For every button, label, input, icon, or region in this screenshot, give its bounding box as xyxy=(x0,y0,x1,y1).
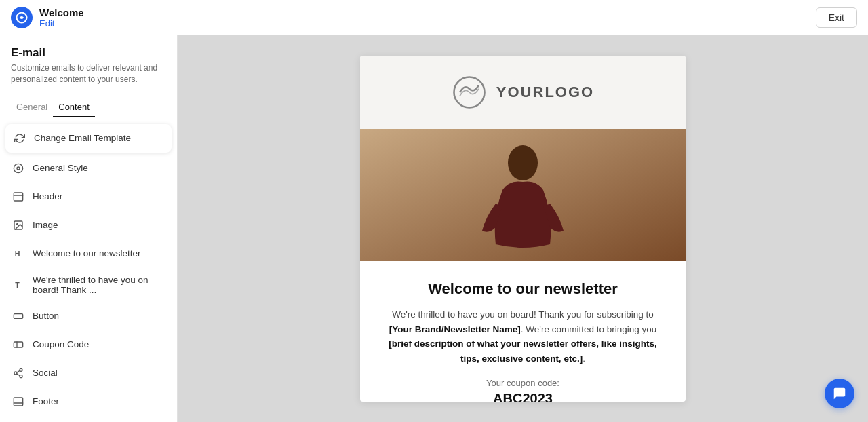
chat-icon xyxy=(832,386,847,401)
topbar: Welcome Edit Exit xyxy=(0,0,868,35)
sidebar-item-image[interactable]: Image xyxy=(0,211,177,239)
sidebar-item-label: Coupon Code xyxy=(33,339,89,349)
layout-bottom-icon xyxy=(11,394,26,409)
heading-icon: H xyxy=(11,246,26,261)
sidebar-description: Customize emails to deliver relevant and… xyxy=(11,62,166,85)
sidebar-item-label: Header xyxy=(33,191,62,202)
svg-text:T: T xyxy=(15,281,20,289)
sidebar-item-label: Welcome to our newsletter xyxy=(33,248,141,258)
email-heading: Welcome to our newsletter xyxy=(387,280,658,298)
svg-point-6 xyxy=(16,223,18,224)
content-area: YOURLOGO xyxy=(178,35,868,422)
main-layout: E-mail Customize emails to deliver relev… xyxy=(0,35,868,422)
coupon-label: Your coupon code: xyxy=(387,378,658,388)
sidebar-item-label: Change Email Template xyxy=(34,133,131,143)
sidebar-item-welcome-text[interactable]: H Welcome to our newsletter xyxy=(0,239,177,268)
layout-top-icon xyxy=(11,189,26,204)
email-logo-area: YOURLOGO xyxy=(360,56,686,129)
sidebar-item-button[interactable]: Button xyxy=(0,302,177,330)
svg-line-15 xyxy=(17,374,20,376)
svg-rect-9 xyxy=(14,313,22,318)
sidebar-item-coupon-code[interactable]: Coupon Code xyxy=(0,330,177,359)
svg-point-2 xyxy=(17,167,20,170)
sidebar-item-label: Footer xyxy=(33,396,59,406)
image-icon xyxy=(11,218,26,233)
sidebar-item-header[interactable]: Header xyxy=(0,183,177,211)
svg-rect-10 xyxy=(14,342,22,347)
svg-text:H: H xyxy=(15,250,20,258)
edit-link[interactable]: Edit xyxy=(39,18,84,28)
palette-icon xyxy=(11,161,26,176)
tab-general[interactable]: General xyxy=(11,98,53,117)
tab-content[interactable]: Content xyxy=(53,98,95,117)
coupon-icon xyxy=(11,337,26,352)
sidebar-item-social[interactable]: Social xyxy=(0,359,177,387)
logo-icon xyxy=(452,75,487,110)
svg-rect-3 xyxy=(14,193,22,201)
email-logo-text: YOURLOGO xyxy=(496,83,594,101)
sidebar-items: Change Email Template General Style xyxy=(0,117,177,422)
sidebar-title: E-mail xyxy=(11,46,166,60)
email-body-text: We're thrilled to have you on board! Tha… xyxy=(387,307,658,366)
sidebar-header: E-mail Customize emails to deliver relev… xyxy=(0,35,177,91)
sidebar-item-product-cards[interactable]: Product Cards xyxy=(0,416,177,422)
sidebar-item-label: Image xyxy=(33,220,58,230)
app-logo xyxy=(11,7,33,28)
email-preview: YOURLOGO xyxy=(360,56,686,402)
sidebar-item-label: We're thrilled to have you on board! Tha… xyxy=(33,275,166,295)
topbar-info: Welcome Edit xyxy=(39,7,84,28)
sidebar-item-change-email-template[interactable]: Change Email Template xyxy=(5,124,172,153)
svg-line-16 xyxy=(17,370,20,372)
text-icon: T xyxy=(11,277,26,292)
exit-button[interactable]: Exit xyxy=(816,7,857,28)
svg-rect-17 xyxy=(14,398,22,406)
button-icon xyxy=(11,309,26,324)
chat-bubble[interactable] xyxy=(825,379,854,408)
svg-point-25 xyxy=(508,145,538,180)
refresh-icon xyxy=(12,131,27,146)
svg-point-1 xyxy=(14,164,22,172)
sidebar: E-mail Customize emails to deliver relev… xyxy=(0,35,178,422)
sidebar-item-body-text[interactable]: T We're thrilled to have you on board! T… xyxy=(0,268,177,302)
sidebar-tabs: General Content xyxy=(0,98,177,117)
sidebar-item-label: General Style xyxy=(33,163,88,173)
coupon-code: ABC2023 xyxy=(387,391,658,402)
topbar-left: Welcome Edit xyxy=(11,7,84,28)
app-title: Welcome xyxy=(39,7,84,18)
share-icon xyxy=(11,366,26,381)
sidebar-item-label: Button xyxy=(33,311,59,321)
email-body: Welcome to our newsletter We're thrilled… xyxy=(360,261,686,402)
email-hero-image xyxy=(360,129,686,261)
sidebar-item-general-style[interactable]: General Style xyxy=(0,154,177,183)
sidebar-item-label: Social xyxy=(33,368,58,378)
sidebar-item-footer[interactable]: Footer xyxy=(0,387,177,416)
